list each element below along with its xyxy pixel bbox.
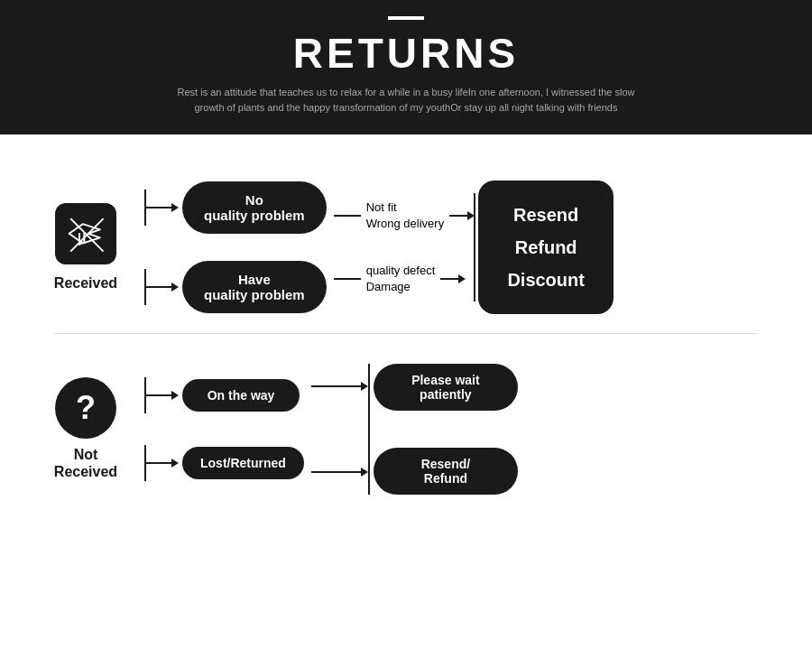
received-icon-area: Received [36, 203, 135, 292]
page-subtitle: Rest is an attitude that teaches us to r… [18, 85, 794, 115]
page-title: RETURNS [18, 29, 794, 78]
header-bar [388, 16, 424, 20]
label-wrong-delivery: Wrong delivery [366, 216, 444, 232]
plane-icon [55, 203, 116, 268]
question-icon: ? [55, 377, 116, 439]
received-label: Received [54, 275, 117, 292]
s2-branch2-row: Lost/Returned [144, 445, 304, 481]
no-quality-pill: No quality problem [182, 181, 327, 234]
result-box-s1: Resend Refund Discount [478, 181, 614, 314]
not-received-label: Not Received [54, 446, 117, 480]
not-received-icon-area: ? Not Received [36, 377, 135, 480]
label-not-fit: Not fit [366, 199, 444, 216]
branch2-row: Have quality problem [144, 261, 327, 313]
branch1-row: No quality problem [144, 181, 327, 234]
page-header: RETURNS Rest is an attitude that teaches… [0, 0, 812, 134]
resend-refund-pill: Resend/ Refund [374, 448, 518, 495]
main-content: Received [0, 134, 812, 551]
s2-branch1-row: On the way [144, 377, 304, 413]
label-quality-defect: quality defect [366, 263, 436, 279]
label-damage: Damage [366, 279, 436, 295]
lost-returned-pill: Lost/Returned [182, 447, 304, 479]
have-quality-pill: Have quality problem [182, 261, 327, 313]
on-the-way-pill: On the way [182, 379, 300, 412]
please-wait-pill: Please wait patiently [374, 364, 518, 411]
section-divider [54, 333, 758, 334]
